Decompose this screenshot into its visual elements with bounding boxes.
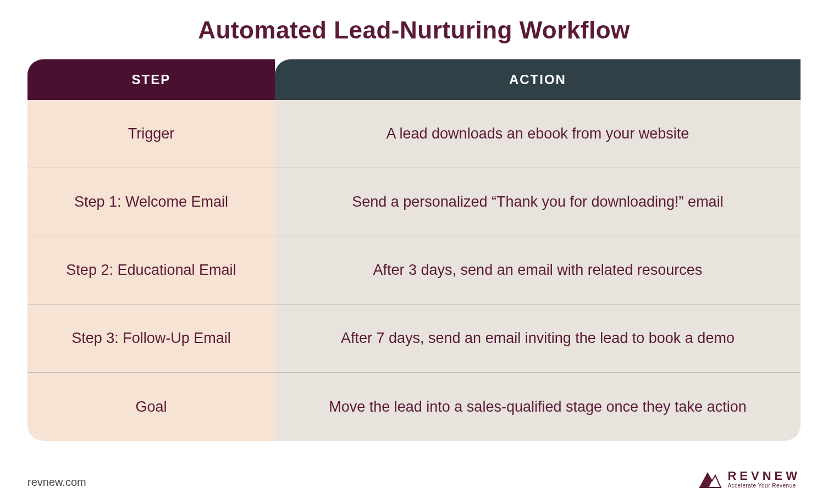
table-row: Step 2: Educational Email (27, 236, 275, 304)
header-action: ACTION (275, 59, 801, 100)
table-row: Step 1: Welcome Email (27, 168, 275, 236)
logo-text: REVNEW Accelerate Your Revenue (727, 470, 801, 489)
table-row: Send a personalized “Thank you for downl… (275, 168, 801, 236)
table-row: After 7 days, send an email inviting the… (275, 304, 801, 373)
column-action: ACTION A lead downloads an ebook from yo… (275, 59, 801, 441)
table-row: Step 3: Follow-Up Email (27, 304, 275, 373)
logo-tagline: Accelerate Your Revenue (727, 483, 801, 489)
column-step: STEP Trigger Step 1: Welcome Email Step … (27, 59, 275, 441)
workflow-table: STEP Trigger Step 1: Welcome Email Step … (27, 59, 801, 441)
table-row: Move the lead into a sales-qualified sta… (275, 373, 801, 441)
table-row: After 3 days, send an email with related… (275, 236, 801, 304)
logo-brand: REVNEW (727, 470, 801, 482)
logo-icon (699, 470, 722, 489)
footer: revnew.com REVNEW Accelerate Your Revenu… (27, 470, 801, 489)
table-row: Trigger (27, 100, 275, 168)
table-row: A lead downloads an ebook from your webs… (275, 100, 801, 168)
header-step: STEP (27, 59, 275, 100)
footer-logo: REVNEW Accelerate Your Revenue (699, 470, 801, 489)
page-title: Automated Lead-Nurturing Workflow (27, 16, 801, 44)
footer-url: revnew.com (27, 476, 86, 489)
table-row: Goal (27, 373, 275, 441)
